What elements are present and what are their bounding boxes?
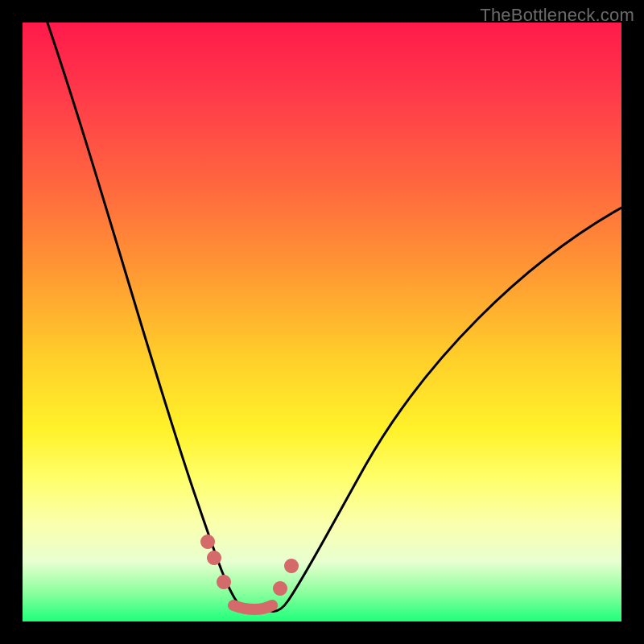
- curve-path: [42, 23, 621, 612]
- flat-bottom-marker: [233, 605, 272, 609]
- left-markers: [200, 535, 231, 589]
- watermark-text: TheBottleneck.com: [480, 5, 634, 26]
- bottleneck-curve: [23, 23, 621, 621]
- chart-frame: [23, 23, 621, 621]
